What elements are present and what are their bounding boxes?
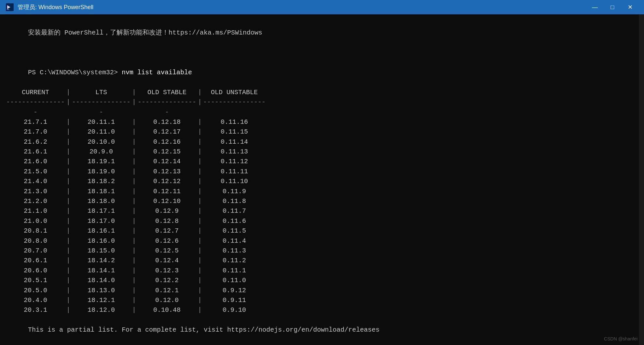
table-cell: 20.5.1 (5, 276, 66, 285)
table-cell: 0.11.2 (202, 256, 267, 266)
table-cell: 0.11.0 (202, 276, 267, 285)
table-cell: 21.5.0 (5, 167, 66, 177)
table-cell: 20.3.1 (5, 305, 66, 315)
table-cell: 18.19.0 (70, 167, 132, 177)
table-cell: 0.11.14 (202, 137, 267, 147)
table-cell: 21.6.1 (5, 147, 66, 157)
table-row: 21.7.0|20.11.0|0.12.17|0.11.15 (5, 127, 639, 137)
divider-1: ---------------- (5, 97, 66, 117)
table-cell: 21.3.0 (5, 187, 66, 196)
table-cell: 0.11.12 (202, 157, 267, 166)
table-row: 21.6.1|20.9.0|0.12.15|0.11.13 (5, 147, 639, 157)
window-title: 管理员: Windows PowerShell (18, 3, 586, 11)
table-cell: 18.19.1 (70, 157, 132, 166)
table-cell: 0.9.10 (202, 305, 267, 315)
table-row: 20.6.1|18.14.2|0.12.4|0.11.2 (5, 256, 639, 266)
close-button[interactable]: ✕ (621, 0, 639, 14)
table-cell: 18.13.0 (70, 286, 132, 295)
info-line: 安装最新的 PowerShell，了解新功能和改进！https://aka.ms… (5, 18, 639, 48)
table-row: 20.4.0|18.12.1|0.12.0|0.9.11 (5, 295, 639, 305)
blank-line (5, 48, 639, 58)
powershell-window: _ 管理员: Windows PowerShell — □ ✕ 安装最新的 Po… (0, 0, 644, 345)
table-cell: 18.12.0 (70, 305, 132, 315)
table-cell: 0.12.9 (136, 206, 198, 216)
table-cell: 18.12.1 (70, 295, 132, 305)
maximize-button[interactable]: □ (604, 0, 621, 14)
table-row: 21.6.2|20.10.0|0.12.16|0.11.14 (5, 137, 639, 147)
table-row: 20.6.0|18.14.1|0.12.3|0.11.1 (5, 266, 639, 276)
table-data-rows: 21.7.1|20.11.1|0.12.18|0.11.1621.7.0|20.… (5, 117, 639, 315)
header-current: CURRENT (5, 88, 66, 97)
table-cell: 0.9.11 (202, 295, 267, 305)
table-cell: 18.17.0 (70, 216, 132, 226)
divider-3: ---------------- (136, 97, 198, 117)
table-cell: 0.12.1 (136, 286, 198, 295)
watermark: CSDN @shanfei (604, 336, 637, 342)
table-cell: 0.11.3 (202, 246, 267, 256)
terminal-body[interactable]: 安装最新的 PowerShell，了解新功能和改进！https://aka.ms… (0, 14, 644, 345)
divider-4: ---------------- (202, 97, 267, 117)
table-header: CURRENT | LTS | OLD STABLE | OLD UNSTABL… (5, 88, 639, 97)
header-old-stable: OLD STABLE (136, 88, 198, 97)
table-cell: 0.12.10 (136, 196, 198, 206)
table-cell: 20.4.0 (5, 295, 66, 305)
table-cell: 20.8.0 (5, 236, 66, 246)
table-cell: 0.11.11 (202, 167, 267, 177)
table-row: 21.6.0|18.19.1|0.12.14|0.11.12 (5, 157, 639, 166)
table-cell: 0.10.48 (136, 305, 198, 315)
command-line-1: PS C:\WINDOWS\system32> nvm list availab… (5, 58, 639, 88)
table-divider: ---------------- | ---------------- | --… (5, 97, 639, 117)
table-cell: 0.11.9 (202, 187, 267, 196)
table-row: 21.0.0|18.17.0|0.12.8|0.11.6 (5, 216, 639, 226)
table-row: 20.3.1|18.12.0|0.10.48|0.9.10 (5, 305, 639, 315)
divider-2: ---------------- (70, 97, 132, 117)
table-cell: 0.12.18 (136, 117, 198, 127)
table-cell: 0.11.13 (202, 147, 267, 157)
scrollbar[interactable] (639, 14, 644, 345)
table-cell: 0.12.6 (136, 236, 198, 246)
table-cell: 0.11.10 (202, 177, 267, 186)
table-row: 21.7.1|20.11.1|0.12.18|0.11.16 (5, 117, 639, 127)
window-controls: — □ ✕ (586, 0, 639, 14)
table-cell: 0.12.17 (136, 127, 198, 137)
prompt-1: PS C:\WINDOWS\system32> (28, 69, 118, 76)
table-cell: 21.7.1 (5, 117, 66, 127)
table-cell: 18.18.1 (70, 187, 132, 196)
table-cell: 21.2.0 (5, 196, 66, 206)
table-cell: 0.11.4 (202, 236, 267, 246)
table-cell: 21.6.2 (5, 137, 66, 147)
table-cell: 0.9.12 (202, 286, 267, 295)
table-cell: 0.11.6 (202, 216, 267, 226)
header-lts: LTS (70, 88, 132, 97)
table-cell: 20.8.1 (5, 226, 66, 236)
table-cell: 20.5.0 (5, 286, 66, 295)
cmd-1: nvm list available (118, 69, 192, 76)
table-cell: 0.11.1 (202, 266, 267, 276)
table-cell: 0.11.8 (202, 196, 267, 206)
table-cell: 0.12.13 (136, 167, 198, 177)
table-row: 21.1.0|18.17.1|0.12.9|0.11.7 (5, 206, 639, 216)
table-cell: 0.11.16 (202, 117, 267, 127)
table-cell: 0.12.5 (136, 246, 198, 256)
table-cell: 18.17.1 (70, 206, 132, 216)
table-cell: 18.16.0 (70, 236, 132, 246)
table-cell: 0.12.11 (136, 187, 198, 196)
table-cell: 0.12.14 (136, 157, 198, 166)
table-cell: 21.4.0 (5, 177, 66, 186)
table-row: 20.8.0|18.16.0|0.12.6|0.11.4 (5, 236, 639, 246)
powershell-icon: _ (5, 3, 14, 12)
table-row: 21.2.0|18.18.0|0.12.10|0.11.8 (5, 196, 639, 206)
table-cell: 0.12.4 (136, 256, 198, 266)
table-cell: 0.12.16 (136, 137, 198, 147)
table-cell: 21.7.0 (5, 127, 66, 137)
footer-line: This is a partial list. For a complete l… (5, 315, 639, 345)
table-cell: 20.10.0 (70, 137, 132, 147)
table-cell: 18.18.0 (70, 196, 132, 206)
table-cell: 18.14.1 (70, 266, 132, 276)
info-text: 安装最新的 PowerShell，了解新功能和改进！https://aka.ms… (28, 29, 262, 36)
table-cell: 18.14.0 (70, 276, 132, 285)
minimize-button[interactable]: — (586, 0, 604, 14)
table-cell: 21.0.0 (5, 216, 66, 226)
table-row: 21.5.0|18.19.0|0.12.13|0.11.11 (5, 167, 639, 177)
table-cell: 21.6.0 (5, 157, 66, 166)
